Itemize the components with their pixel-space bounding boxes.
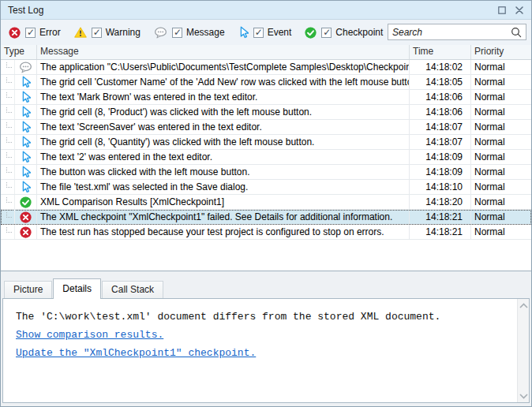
details-panel: The 'C:\work\test.xml' document differs … [2,298,530,403]
maximize-button[interactable] [494,3,509,17]
log-row[interactable]: The text 'Mark Brown' was entered in the… [1,90,531,105]
cell-priority: Normal [471,90,531,104]
tree-connector-icon [6,197,12,203]
test-log-window: Test Log Error [0,0,532,407]
event-icon [21,151,31,163]
cell-priority: Normal [471,105,531,119]
log-row[interactable]: The test run has stopped because your te… [1,225,531,240]
filter-checkpoint: Checkpoint [305,27,383,39]
splitter[interactable] [1,271,531,278]
log-row[interactable]: The grid cell (8, 'Quantity') was clicke… [1,135,531,150]
tree-connector-icon [6,77,12,83]
tree-gutter [1,105,15,119]
tree-gutter [1,165,15,179]
cell-time: 14:18:10 [410,180,471,194]
log-row[interactable]: The grid cell 'Customer Name' of the 'Ad… [1,75,531,90]
warning-checkbox[interactable] [92,28,102,38]
error-icon [20,211,32,223]
tree-connector-icon [6,107,12,113]
tree-gutter [1,210,15,224]
tree-connector-icon [6,122,12,128]
error-filter-label: Error [39,27,61,38]
row-icon-slot [15,165,36,179]
event-icon [21,181,31,193]
filter-message: Message [154,27,225,39]
cell-priority: Normal [471,120,531,134]
tab-details[interactable]: Details [53,278,101,299]
show-comparison-results-link[interactable]: Show comparison results. [16,329,163,341]
row-icon-slot [15,120,36,134]
row-icon-slot [15,225,36,239]
tree-connector-icon [6,227,12,233]
cell-time: 14:18:09 [410,150,471,164]
log-row[interactable]: The XML checkpoint "XmlCheckpoint1" fail… [1,210,531,225]
warning-icon [74,27,87,38]
chevron-down-icon[interactable] [518,390,529,402]
tree-connector-icon [6,182,12,188]
tree-connector-icon [6,212,12,218]
row-icon-slot [15,210,36,224]
tree-gutter [1,120,15,134]
message-icon [19,62,32,73]
details-tabstrip: Picture Details Call Stack [1,278,531,298]
details-content: The 'C:\work\test.xml' document differs … [3,299,529,362]
filter-error: Error [9,27,61,39]
search-box [388,24,526,40]
cell-time: 14:18:09 [410,165,471,179]
cell-priority: Normal [471,180,531,194]
cell-message: The application "C:\Users\Public\Documen… [37,60,410,74]
event-icon [238,26,249,39]
cell-priority: Normal [471,150,531,164]
log-row[interactable]: The button was clicked with the left mou… [1,165,531,180]
error-icon [20,226,32,238]
cell-message: The test run has stopped because your te… [37,225,410,239]
column-header-message[interactable]: Message [37,45,410,59]
cell-type [1,90,37,104]
log-row[interactable]: The file 'test.xml' was selected in the … [1,180,531,195]
event-checkbox[interactable] [253,28,264,38]
search-input[interactable] [388,27,511,38]
message-checkbox[interactable] [172,28,182,38]
event-icon [21,76,31,88]
column-header-time[interactable]: Time [410,45,471,59]
checkpoint-filter-label: Checkpoint [335,27,383,38]
cell-type [1,60,37,74]
log-row[interactable]: XML Comparison Results [XmlCheckpoint1] … [1,195,531,210]
cell-message: The button was clicked with the left mou… [37,165,410,179]
cell-type [1,195,37,209]
cell-type [1,105,37,119]
log-row[interactable]: The grid cell (8, 'Product') was clicked… [1,105,531,120]
update-checkpoint-link[interactable]: Update the "XmlCheckpoint1" checkpoint. [16,347,256,359]
close-button[interactable] [511,3,526,17]
tree-connector-icon [6,62,12,68]
filter-event: Event [238,26,292,39]
column-header-type[interactable]: Type [1,45,37,59]
event-icon [21,91,31,103]
tree-connector-icon [6,167,12,173]
column-header-priority[interactable]: Priority [471,45,531,59]
grid-empty-area [1,240,531,271]
log-row[interactable]: The text '2' was entered in the text edi… [1,150,531,165]
warning-filter-label: Warning [106,27,140,38]
log-row[interactable]: The application "C:\Users\Public\Documen… [1,60,531,75]
tab-call-stack[interactable]: Call Stack [102,281,163,298]
cell-priority: Normal [471,60,531,74]
log-row[interactable]: The text 'ScreenSaver' was entered in th… [1,120,531,135]
search-icon [511,27,522,38]
titlebar[interactable]: Test Log [1,1,531,20]
tab-picture[interactable]: Picture [4,281,52,298]
cell-type [1,180,37,194]
details-scrollbar[interactable] [517,299,529,402]
row-icon-slot [15,150,36,164]
cell-priority: Normal [471,135,531,149]
message-icon [154,27,167,39]
row-icon-slot [15,180,36,194]
error-checkbox[interactable] [25,28,36,38]
row-icon-slot [15,60,36,74]
cell-priority: Normal [471,165,531,179]
cell-time: 14:18:06 [410,90,471,104]
cell-type [1,210,37,224]
cell-message: The grid cell (8, 'Quantity') was clicke… [37,135,410,149]
chevron-up-icon[interactable] [518,299,529,312]
checkpoint-checkbox[interactable] [321,28,332,38]
